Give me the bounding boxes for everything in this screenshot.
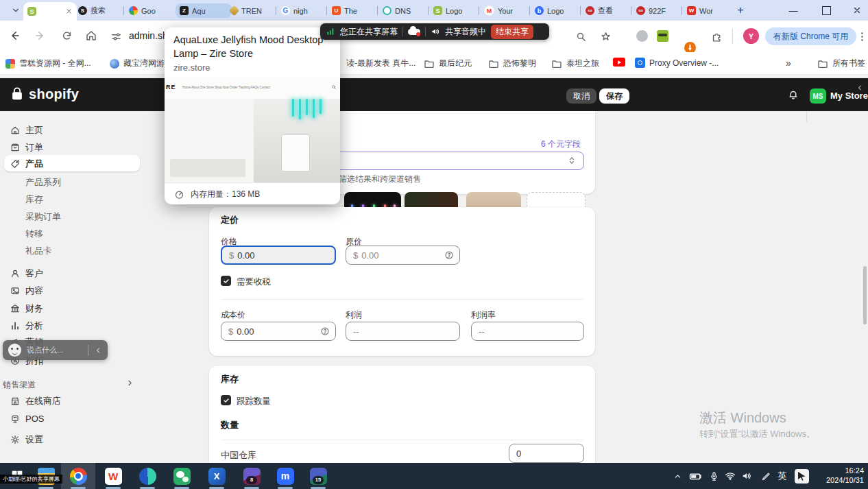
warehouse-quantity-input[interactable]: 0 bbox=[509, 444, 584, 463]
tab-your[interactable]: Your bbox=[480, 3, 536, 18]
sidebar-item-online-store[interactable]: 在线商店 bbox=[0, 393, 144, 409]
forward-button[interactable] bbox=[33, 28, 48, 43]
bookmark-cangbaowan[interactable]: 藏宝湾网游 bbox=[110, 58, 165, 69]
tab-logo1[interactable]: Logo bbox=[429, 3, 485, 18]
taskbar-app-badge-15[interactable]: 15 bbox=[301, 463, 335, 489]
close-tab-icon[interactable] bbox=[65, 8, 73, 15]
sidebar-item-inventory[interactable]: 库存 bbox=[0, 191, 144, 207]
cost-input[interactable]: $ 0.00 bbox=[221, 322, 336, 341]
tab-aqualuxe-hovered[interactable]: Aqu bbox=[176, 3, 232, 18]
sidebar-item-purchase-orders[interactable]: 采购订单 bbox=[0, 208, 144, 224]
collapse-left-icon[interactable] bbox=[94, 346, 102, 355]
tab-search-button[interactable] bbox=[7, 3, 25, 17]
taskbar-m-app[interactable] bbox=[268, 463, 302, 489]
sidebar-item-orders[interactable]: 订单 bbox=[0, 139, 144, 155]
assistant-widget[interactable]: 说点什么... bbox=[3, 340, 108, 360]
bookmarks-overflow-button[interactable]: » bbox=[786, 58, 791, 69]
tray-expand-button[interactable] bbox=[668, 463, 686, 489]
tab-logo2[interactable]: Logo bbox=[531, 3, 587, 18]
tab-chakan[interactable]: 查看 bbox=[581, 3, 638, 18]
new-tab-button[interactable]: + bbox=[732, 3, 749, 18]
sidebar-item-finance[interactable]: 财务 bbox=[0, 300, 144, 316]
extension-green-icon[interactable] bbox=[657, 30, 668, 42]
metafields-link[interactable]: 6 个元字段 bbox=[541, 139, 581, 150]
sidebar-item-customers[interactable]: 客户 bbox=[0, 265, 144, 281]
window-maximize-button[interactable] bbox=[811, 0, 841, 21]
extension-grey-icon[interactable] bbox=[636, 30, 648, 42]
save-button[interactable]: 保存 bbox=[599, 88, 629, 104]
all-bookmarks-button[interactable]: 所有书签 bbox=[817, 58, 865, 69]
reload-button[interactable] bbox=[59, 28, 74, 43]
help-icon[interactable] bbox=[444, 250, 454, 260]
bookmark-star-icon[interactable] bbox=[598, 29, 613, 44]
cloud-icon[interactable] bbox=[408, 27, 420, 36]
sidebar-item-settings[interactable]: 设置 bbox=[0, 431, 144, 447]
pen-icon[interactable] bbox=[757, 463, 775, 489]
chrome-update-chip[interactable]: 有新版 Chrome 可用 bbox=[765, 27, 856, 45]
sidebar-item-products-active[interactable]: 产品 bbox=[0, 156, 144, 171]
address-bar-url[interactable]: admin.sh bbox=[129, 30, 168, 41]
bookmark-folder-kongbu[interactable]: 恐怖黎明 bbox=[488, 58, 536, 69]
ime-indicator[interactable]: 英 bbox=[773, 463, 791, 489]
search-icon[interactable] bbox=[573, 29, 588, 44]
tab-goo[interactable]: Goo bbox=[125, 3, 181, 18]
sidebar-item-collections[interactable]: 产品系列 bbox=[0, 174, 144, 190]
stop-sharing-button[interactable]: 结束共享 bbox=[491, 25, 533, 39]
window-minimize-button[interactable]: — bbox=[778, 0, 808, 21]
tray-cursor-app-icon[interactable] bbox=[791, 463, 812, 489]
volume-icon[interactable] bbox=[738, 463, 756, 489]
tab-wor[interactable]: Wor bbox=[683, 3, 739, 18]
taskbar-wechat[interactable] bbox=[165, 463, 199, 489]
profile-avatar[interactable]: Y bbox=[743, 28, 759, 44]
taskbar-mail-app[interactable] bbox=[130, 463, 165, 489]
shopify-logo[interactable]: shopify bbox=[10, 86, 79, 102]
taskbar-clock[interactable]: 16:24 2024/10/31 bbox=[826, 466, 864, 485]
window-close-button[interactable] bbox=[842, 0, 868, 21]
tab-active-shopify[interactable] bbox=[23, 2, 77, 21]
extensions-puzzle-icon[interactable] bbox=[709, 29, 724, 44]
cancel-button[interactable]: 取消 bbox=[566, 88, 596, 104]
home-button[interactable] bbox=[84, 28, 99, 43]
kebab-menu-icon[interactable] bbox=[854, 29, 868, 44]
bookmark-du[interactable]: 读-最新发表 真牛... bbox=[346, 58, 415, 69]
sidebar-item-transfers[interactable]: 转移 bbox=[0, 226, 144, 241]
tab-dns[interactable]: DNS bbox=[378, 3, 435, 18]
sidebar-item-pos[interactable]: POS bbox=[0, 411, 144, 427]
chevron-right-icon[interactable] bbox=[125, 379, 134, 387]
assistant-input[interactable]: 说点什么... bbox=[27, 345, 82, 355]
sidebar-item-home[interactable]: 主页 bbox=[0, 122, 144, 138]
back-button[interactable] bbox=[7, 28, 22, 43]
taskbar-wps[interactable] bbox=[96, 463, 130, 489]
help-icon[interactable] bbox=[320, 326, 330, 336]
scrollbar-thumb[interactable] bbox=[863, 266, 867, 324]
taskbar-app-badge-8[interactable]: 8 bbox=[234, 463, 269, 489]
tab-the[interactable]: The bbox=[328, 3, 384, 18]
bookmark-folder-taitan[interactable]: 泰坦之旅 bbox=[551, 58, 599, 69]
sidebar-item-content[interactable]: 内容 bbox=[0, 283, 144, 298]
site-info-icon[interactable] bbox=[108, 29, 123, 44]
sidebar-item-gift-cards[interactable]: 礼品卡 bbox=[0, 243, 144, 259]
bookmark-xuegao[interactable]: 雪糕资源网 - 全网... bbox=[5, 58, 91, 69]
track-quantity-checkbox[interactable] bbox=[221, 395, 231, 405]
wifi-icon[interactable] bbox=[721, 463, 739, 489]
charge-tax-checkbox[interactable] bbox=[221, 276, 231, 286]
taskbar-x-app[interactable] bbox=[200, 463, 234, 489]
tab-tren[interactable]: TREN bbox=[226, 3, 282, 18]
compare-price-input[interactable]: $ 0.00 bbox=[346, 246, 460, 265]
microphone-icon[interactable] bbox=[705, 463, 723, 489]
bell-icon[interactable] bbox=[787, 88, 799, 101]
bookmark-youtube[interactable] bbox=[613, 58, 625, 67]
price-input[interactable]: $ 0.00 bbox=[221, 246, 336, 265]
bookmark-folder-zuihou[interactable]: 最后纪元 bbox=[424, 58, 472, 69]
bookmark-proxy[interactable]: Proxy Overview -... bbox=[635, 58, 719, 68]
collapse-chevron-icon[interactable] bbox=[856, 84, 864, 92]
margin-input[interactable]: -- bbox=[471, 322, 584, 341]
tab-nigh[interactable]: nigh bbox=[277, 3, 333, 18]
sidebar-item-analytics[interactable]: 分析 bbox=[0, 318, 144, 333]
tab-search-page[interactable]: 搜索 bbox=[74, 3, 130, 18]
store-avatar[interactable]: MS bbox=[810, 88, 826, 104]
battery-icon[interactable] bbox=[686, 463, 705, 489]
tab-922f[interactable]: 922F bbox=[632, 3, 688, 18]
taskbar-chrome-active[interactable] bbox=[61, 463, 95, 489]
profit-input[interactable]: -- bbox=[346, 322, 460, 341]
